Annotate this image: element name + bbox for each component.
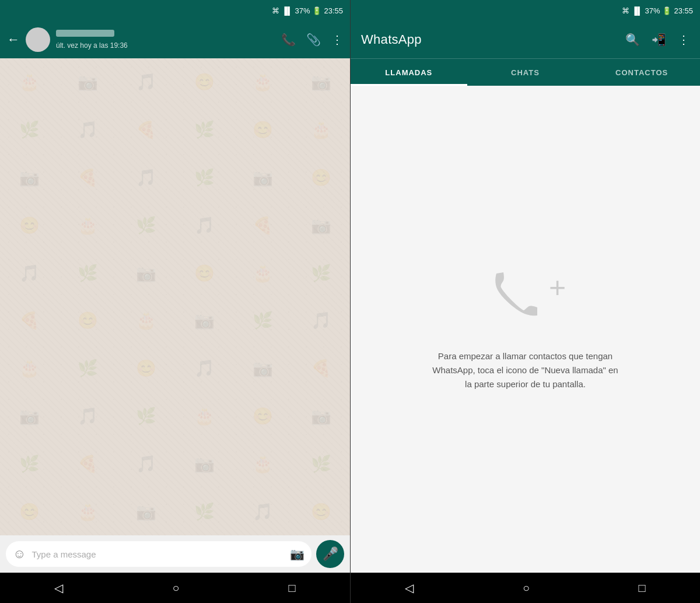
calls-icon-area: + [485,268,566,332]
app-header: WhatsApp 🔍 📲 ⋮ [351,21,700,58]
calls-description: Para empezar a llamar contactos que teng… [432,349,619,391]
left-phone: ⌘ ▐▌ 37% 🔋 23:55 ← últ. vez hoy a las 19… [0,0,350,603]
contact-avatar [26,27,50,52]
wifi-icon: ⌘ [272,6,279,15]
right-time: 23:55 [674,6,693,15]
mic-icon: 🎤 [323,546,338,562]
mic-button[interactable]: 🎤 [316,540,344,568]
left-recents-nav[interactable]: □ [288,581,295,595]
app-title: WhatsApp [361,32,625,47]
right-signal-icon: ▐▌ [632,6,642,15]
signal-icon: ▐▌ [282,6,292,15]
right-phone: ⌘ ▐▌ 37% 🔋 23:55 WhatsApp 🔍 📲 ⋮ LLAMADAS… [350,0,700,603]
phone-call-icon[interactable]: 📞 [281,33,296,47]
more-options-icon[interactable]: ⋮ [331,33,343,47]
camera-button[interactable]: 📷 [290,547,304,561]
contact-name-placeholder [56,30,114,37]
chat-header-icons: 📞 📎 ⋮ [281,33,343,47]
left-home-nav[interactable]: ○ [172,581,179,595]
right-battery-percent: 37% [645,6,660,15]
app-header-icons: 🔍 📲 ⋮ [625,33,690,47]
message-input-bar: ☺ Type a message 📷 🎤 [0,535,350,573]
search-icon[interactable]: 🔍 [625,33,640,47]
chat-pattern: 🎂📷🎵😊🎂📷 🌿🎵🍕🌿😊🎂 📷🍕🎵🌿📷😊 😊🎂🌿🎵🍕📷 🎵🌿📷😊🎂🌿 🍕😊🎂📷🌿… [0,58,350,535]
contact-status: últ. vez hoy a las 19:36 [56,41,128,50]
tab-contactos-label: CONTACTOS [615,68,668,77]
phone-add-icon [485,268,543,332]
left-status-bar: ⌘ ▐▌ 37% 🔋 23:55 [0,0,350,21]
calls-content: + Para empezar a llamar contactos que te… [351,86,700,573]
attachment-icon[interactable]: 📎 [306,33,321,47]
battery-percent: 37% [295,6,310,15]
app-more-options-icon[interactable]: ⋮ [678,33,690,47]
right-home-nav[interactable]: ○ [523,581,530,595]
right-recents-nav[interactable]: □ [639,581,646,595]
left-nav-bar: ◁ ○ □ [0,573,350,603]
plus-icon: + [549,271,566,304]
emoji-button[interactable]: ☺ [13,546,26,562]
add-call-icon[interactable]: 📲 [652,33,666,47]
tab-chats-label: CHATS [511,68,540,77]
right-back-nav[interactable]: ◁ [405,581,414,595]
tab-chats[interactable]: CHATS [467,59,584,86]
contact-info: últ. vez hoy a las 19:36 [56,30,275,50]
right-status-bar: ⌘ ▐▌ 37% 🔋 23:55 [351,0,700,21]
right-battery-icon: 🔋 [662,6,671,15]
left-back-nav[interactable]: ◁ [54,581,63,595]
tab-llamadas-label: LLAMADAS [385,68,432,77]
tab-contactos[interactable]: CONTACTOS [583,59,700,86]
chat-background: 🎂📷🎵😊🎂📷 🌿🎵🍕🌿😊🎂 📷🍕🎵🌿📷😊 😊🎂🌿🎵🍕📷 🎵🌿📷😊🎂🌿 🍕😊🎂📷🌿… [0,58,350,535]
tab-llamadas[interactable]: LLAMADAS [351,59,467,86]
right-status-info: ⌘ ▐▌ 37% 🔋 23:55 [622,6,693,15]
right-wifi-icon: ⌘ [622,6,629,15]
left-time: 23:55 [324,6,343,15]
chat-header: ← últ. vez hoy a las 19:36 📞 📎 ⋮ [0,21,350,58]
input-box[interactable]: ☺ Type a message 📷 [6,541,312,567]
back-button[interactable]: ← [7,32,20,47]
message-input[interactable]: Type a message [32,549,284,559]
tabs-bar: LLAMADAS CHATS CONTACTOS [351,58,700,86]
left-status-info: ⌘ ▐▌ 37% 🔋 23:55 [272,6,343,15]
right-nav-bar: ◁ ○ □ [351,573,700,603]
battery-icon: 🔋 [312,6,321,15]
